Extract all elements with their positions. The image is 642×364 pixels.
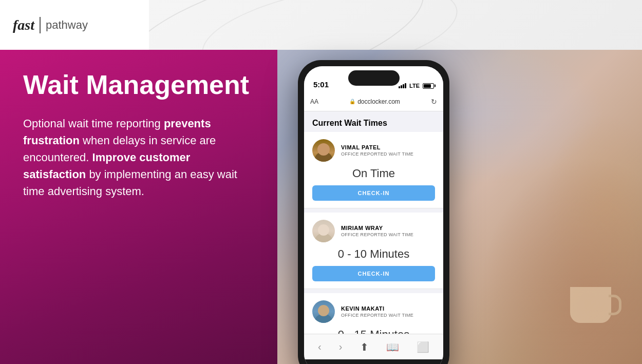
- doctor-card-2: MIRIAM WRAY OFFICE REPORTED WAIT TIME 0 …: [304, 213, 443, 289]
- url-text: docclocker.com: [357, 98, 400, 105]
- doctor-avatar-1: [312, 139, 335, 162]
- current-wait-times-title: Current Wait Times: [304, 111, 443, 132]
- share-icon[interactable]: ⬆: [360, 341, 369, 353]
- doctor-avatar-3: [312, 300, 335, 323]
- wait-label-2: OFFICE REPORTED WAIT TIME: [341, 232, 435, 237]
- header: fast pathway: [0, 0, 149, 50]
- back-icon[interactable]: ‹: [318, 341, 322, 353]
- forward-icon[interactable]: ›: [339, 341, 343, 353]
- logo-fast-text: fast: [13, 17, 34, 33]
- logo-divider: [40, 17, 41, 33]
- battery-fill: [424, 84, 431, 88]
- dynamic-island: [348, 70, 400, 86]
- wait-time-3: 0 - 15 Minutes: [312, 328, 435, 334]
- doctor-header-1: VIMAL PATEL OFFICE REPORTED WAIT TIME: [312, 139, 435, 162]
- address-bar: AA 🔒 docclocker.com ↻: [304, 92, 443, 111]
- phone-content: Current Wait Times VIMAL PATEL OFFICE RE…: [304, 111, 443, 334]
- refresh-icon: ↻: [431, 98, 437, 106]
- doctor-card-1: VIMAL PATEL OFFICE REPORTED WAIT TIME On…: [304, 132, 443, 208]
- phone-container: 5:01 LTE AA 🔒: [298, 60, 449, 364]
- doctor-info-1: VIMAL PATEL OFFICE REPORTED WAIT TIME: [341, 144, 435, 157]
- doctor-info-3: KEVIN MAKATI OFFICE REPORTED WAIT TIME: [341, 305, 435, 318]
- doctor-avatar-2: [312, 220, 335, 242]
- phone-mockup: 5:01 LTE AA 🔒: [298, 60, 449, 364]
- doctor-name-2: MIRIAM WRAY: [341, 225, 435, 231]
- doctor-header-3: KEVIN MAKATI OFFICE REPORTED WAIT TIME: [312, 300, 435, 323]
- logo: fast pathway: [13, 17, 88, 33]
- wait-time-2: 0 - 10 Minutes: [312, 247, 435, 261]
- doctor-header-2: MIRIAM WRAY OFFICE REPORTED WAIT TIME: [312, 220, 435, 242]
- checkin-button-1[interactable]: CHECK-IN: [312, 185, 435, 201]
- description-text: Optional wait time reporting prevents fr…: [23, 115, 254, 200]
- lock-icon: 🔒: [349, 99, 355, 104]
- desc-part1: Optional wait time reporting: [23, 117, 164, 130]
- phone-bottom-nav: ‹ › ⬆ 📖 ⬜: [304, 334, 443, 359]
- home-indicator: [304, 359, 443, 364]
- tabs-icon[interactable]: ⬜: [417, 341, 429, 353]
- wait-time-1: On Time: [312, 167, 435, 180]
- signal-bar-2: [401, 85, 402, 88]
- status-time: 5:01: [313, 80, 329, 89]
- signal-bar-1: [399, 86, 400, 88]
- phone-screen: 5:01 LTE AA 🔒: [304, 66, 443, 364]
- coffee-cup-decoration: [570, 287, 611, 323]
- doctor-name-3: KEVIN MAKATI: [341, 305, 435, 312]
- logo-pathway-text: pathway: [46, 18, 88, 32]
- signal-bars-icon: [399, 83, 406, 88]
- left-content-panel: Wait Management Optional wait time repor…: [0, 50, 277, 364]
- doctor-card-3: KEVIN MAKATI OFFICE REPORTED WAIT TIME 0…: [304, 293, 443, 334]
- page-title: Wait Management: [23, 70, 254, 100]
- signal-bar-3: [403, 84, 404, 88]
- battery-icon: [423, 83, 434, 89]
- lte-label: LTE: [409, 83, 420, 89]
- bookmarks-icon[interactable]: 📖: [386, 341, 399, 353]
- signal-bar-4: [405, 83, 406, 88]
- doctor-info-2: MIRIAM WRAY OFFICE REPORTED WAIT TIME: [341, 225, 435, 237]
- checkin-button-2[interactable]: CHECK-IN: [312, 266, 435, 281]
- aa-label: AA: [310, 98, 318, 105]
- top-wave-decoration: [149, 0, 642, 50]
- status-icons: LTE: [399, 83, 434, 89]
- url-bar: 🔒 docclocker.com: [349, 98, 400, 105]
- wait-label-3: OFFICE REPORTED WAIT TIME: [341, 313, 435, 318]
- wait-label-1: OFFICE REPORTED WAIT TIME: [341, 151, 435, 157]
- doctor-name-1: VIMAL PATEL: [341, 144, 435, 150]
